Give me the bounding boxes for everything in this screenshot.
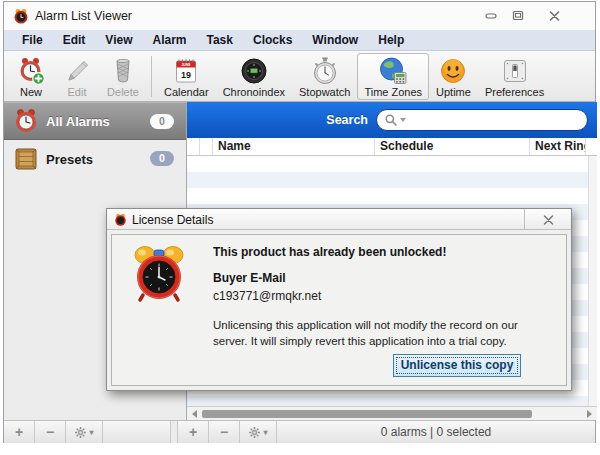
- title-bar: Alarm List Viewer: [4, 2, 595, 30]
- toolbar-delete-button: Delete: [100, 53, 146, 100]
- big-alarm-clock-icon: [127, 243, 191, 307]
- delete-trash-icon: [108, 56, 138, 86]
- minimize-icon: [486, 14, 496, 18]
- menu-help[interactable]: Help: [368, 30, 414, 50]
- bottom-bar: + − ▾ + −: [4, 420, 595, 443]
- timezones-globe-icon: [378, 56, 408, 86]
- menu-window[interactable]: Window: [302, 30, 368, 50]
- search-band: Search: [187, 102, 597, 138]
- toolbar-calendar-button[interactable]: JUNE 19 Calendar: [157, 53, 216, 100]
- sidebar-all-alarms-label: All Alarms: [46, 114, 110, 129]
- toolbar-stopwatch-label: Stopwatch: [299, 86, 350, 98]
- search-scope-caret-icon[interactable]: [400, 118, 406, 122]
- sidebar-action-menu-button[interactable]: ▾: [66, 421, 103, 443]
- toolbar-stopwatch-button[interactable]: Stopwatch: [292, 53, 357, 100]
- column-header-next-ring[interactable]: Next Ring: [530, 138, 586, 155]
- menu-edit[interactable]: Edit: [53, 30, 96, 50]
- edit-pencil-icon: [62, 56, 92, 86]
- search-label: Search: [326, 113, 368, 127]
- preferences-switch-icon: [500, 56, 530, 86]
- toolbar-new-label: New: [20, 86, 42, 98]
- alarm-add-button[interactable]: +: [178, 421, 209, 443]
- dialog-title: License Details: [132, 213, 213, 227]
- sidebar-item-presets[interactable]: Presets 0: [4, 140, 186, 178]
- app-window: Alarm List Viewer File Edit View Alarm T…: [3, 1, 596, 443]
- menu-file[interactable]: File: [12, 30, 53, 50]
- column-header-schedule[interactable]: Schedule: [375, 138, 530, 155]
- license-details-dialog: License Details: [106, 208, 572, 391]
- window-title: Alarm List Viewer: [35, 9, 132, 23]
- list-bottom-toolbar: + − ▾ 0 alarms | 0 selected: [178, 420, 595, 443]
- app-icon: [13, 8, 29, 24]
- toolbar-uptime-button[interactable]: Uptime: [429, 53, 478, 100]
- vertical-scrollbar-track[interactable]: [588, 156, 597, 406]
- screen: Alarm List Viewer File Edit View Alarm T…: [0, 0, 600, 455]
- toolbar-delete-label: Delete: [107, 86, 139, 98]
- stopwatch-icon: [310, 56, 340, 86]
- menu-clocks[interactable]: Clocks: [243, 30, 302, 50]
- toolbar-edit-button: Edit: [54, 53, 100, 100]
- scroll-left-arrow-icon[interactable]: [192, 410, 197, 418]
- toolbar-preferences-label: Preferences: [485, 86, 544, 98]
- sidebar-presets-label: Presets: [46, 152, 93, 167]
- status-area: 0 alarms | 0 selected: [277, 421, 595, 443]
- alarm-clock-icon: [13, 108, 39, 134]
- maximize-button[interactable]: [507, 7, 529, 24]
- dialog-body: This product has already been unlocked! …: [107, 230, 571, 390]
- search-icon: [384, 113, 398, 127]
- menu-view[interactable]: View: [95, 30, 142, 50]
- toolbar-new-button[interactable]: New: [8, 53, 54, 100]
- menu-task[interactable]: Task: [197, 30, 243, 50]
- sidebar-bottom-filler: [103, 421, 170, 443]
- menu-alarm[interactable]: Alarm: [142, 30, 196, 50]
- presets-count-badge: 0: [150, 151, 174, 166]
- buyer-email-label: Buyer E-Mail: [213, 271, 559, 285]
- dialog-content: This product has already been unlocked! …: [213, 245, 559, 349]
- svg-text:JUNE: JUNE: [182, 63, 192, 67]
- toolbar: New Edit Delete: [4, 51, 595, 102]
- alarm-action-menu-button[interactable]: ▾: [240, 421, 277, 443]
- column-header-icon[interactable]: [200, 138, 213, 155]
- presets-crate-icon: [13, 146, 39, 172]
- uptime-smiley-icon: [438, 56, 468, 86]
- toolbar-separator: [151, 56, 152, 97]
- sidebar-add-button[interactable]: +: [4, 421, 35, 443]
- toolbar-chronoindex-label: Chronoindex: [223, 86, 285, 98]
- horizontal-scrollbar[interactable]: [187, 406, 597, 420]
- toolbar-preferences-button[interactable]: Preferences: [478, 53, 551, 100]
- dialog-app-icon: [114, 213, 127, 226]
- minimize-button[interactable]: [480, 7, 502, 24]
- toolbar-edit-label: Edit: [68, 86, 87, 98]
- chronoindex-icon: [239, 56, 269, 86]
- scroll-right-arrow-icon[interactable]: [587, 410, 592, 418]
- sidebar-item-all-alarms[interactable]: All Alarms 0: [4, 102, 186, 140]
- gear-icon: [248, 426, 261, 439]
- svg-text:19: 19: [181, 70, 191, 80]
- pane-divider[interactable]: [170, 420, 178, 443]
- unlicense-note: Unlicensing this application will not mo…: [213, 318, 549, 349]
- toolbar-chronoindex-button[interactable]: Chronoindex: [216, 53, 292, 100]
- search-input[interactable]: [376, 109, 588, 131]
- sidebar-remove-button[interactable]: −: [35, 421, 66, 443]
- dialog-close-icon: [544, 216, 552, 224]
- gear-caret-icon: ▾: [263, 428, 267, 437]
- column-header-status[interactable]: [187, 138, 200, 155]
- alarm-remove-button[interactable]: −: [209, 421, 240, 443]
- unlicense-button[interactable]: Unlicense this copy: [393, 354, 521, 377]
- unlocked-heading: This product has already been unlocked!: [213, 245, 559, 259]
- toolbar-calendar-label: Calendar: [164, 86, 209, 98]
- toolbar-timezones-button[interactable]: Time Zones: [357, 53, 429, 100]
- gear-icon: [74, 426, 87, 439]
- close-button[interactable]: [543, 7, 565, 24]
- column-header-filler: [586, 138, 597, 155]
- table-header: Name Schedule Next Ring: [187, 138, 597, 156]
- horizontal-scrollbar-thumb[interactable]: [202, 410, 532, 418]
- column-header-name[interactable]: Name: [213, 138, 375, 155]
- new-alarm-icon: [16, 56, 46, 86]
- menu-bar: File Edit View Alarm Task Clocks Window …: [4, 30, 595, 51]
- close-icon: [550, 12, 558, 20]
- dialog-close-button[interactable]: [524, 209, 571, 230]
- status-text: 0 alarms | 0 selected: [381, 425, 492, 439]
- sidebar-bottom-toolbar: + − ▾: [4, 420, 170, 443]
- all-alarms-count-badge: 0: [150, 114, 174, 129]
